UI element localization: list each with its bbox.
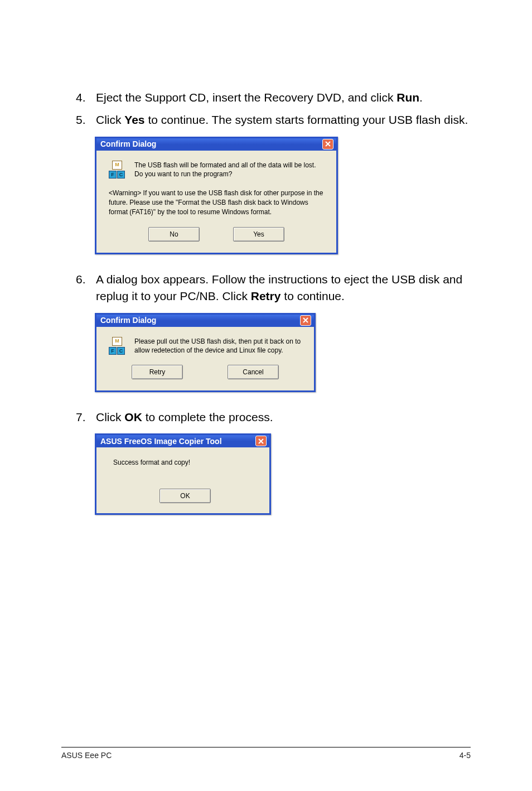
dialog-2-wrap: Confirm Dialog M FC Please pull out the …: [95, 313, 471, 392]
step-6: 6. A dialog box appears. Follow the inst…: [61, 271, 471, 305]
retry-button[interactable]: Retry: [132, 365, 183, 379]
titlebar[interactable]: Confirm Dialog: [96, 315, 314, 327]
close-icon[interactable]: [300, 315, 311, 326]
app-icon: M FC: [109, 161, 127, 179]
step-text: A dialog box appears. Follow the instruc…: [96, 271, 471, 305]
step-number: 6.: [61, 271, 96, 305]
close-icon[interactable]: [322, 139, 333, 149]
dialog-message-row: M FC The USB flash will be formated and …: [109, 161, 324, 179]
dialog-warning: <Warning> If you want to use the USB fla…: [109, 189, 324, 216]
step-number: 7.: [61, 409, 96, 426]
dialog-1-wrap: Confirm Dialog M FC The USB flash will b…: [95, 137, 471, 254]
step-number: 4.: [61, 89, 96, 106]
footer-left: ASUS Eee PC: [61, 751, 112, 760]
dialog-buttons: Retry Cancel: [109, 365, 302, 379]
step-text: Click OK to complete the process.: [96, 409, 471, 426]
confirm-dialog-2: Confirm Dialog M FC Please pull out the …: [95, 313, 316, 392]
dialog-message-row: M FC Please pull out the USB flash disk,…: [109, 337, 302, 355]
dialog-message: The USB flash will be formated and all o…: [134, 161, 324, 179]
step-7: 7. Click OK to complete the process.: [61, 409, 471, 426]
dialog-buttons: No Yes: [109, 227, 324, 242]
success-dialog: ASUS FreeOS Image Copier Tool Success fo…: [95, 433, 271, 515]
instruction-list: 7. Click OK to complete the process.: [61, 409, 471, 426]
dialog-body: M FC Please pull out the USB flash disk,…: [96, 327, 314, 390]
step-5: 5. Click Yes to continue. The system sta…: [61, 112, 471, 128]
dialog-title: ASUS FreeOS Image Copier Tool: [100, 437, 222, 446]
ok-button[interactable]: OK: [159, 489, 211, 503]
dialog-3-wrap: ASUS FreeOS Image Copier Tool Success fo…: [95, 433, 471, 515]
dialog-title: Confirm Dialog: [100, 316, 156, 325]
no-button[interactable]: No: [148, 227, 200, 242]
dialog-buttons: OK: [113, 489, 257, 503]
titlebar[interactable]: Confirm Dialog: [96, 138, 336, 151]
page-footer: ASUS Eee PC 4-5: [61, 747, 471, 760]
step-number: 5.: [61, 112, 96, 128]
confirm-dialog-1: Confirm Dialog M FC The USB flash will b…: [95, 137, 338, 254]
app-icon: M FC: [109, 337, 127, 355]
cancel-button[interactable]: Cancel: [228, 365, 279, 379]
dialog-title: Confirm Dialog: [100, 139, 156, 148]
page: 4. Eject the Support CD, insert the Reco…: [0, 0, 532, 791]
dialog-body: M FC The USB flash will be formated and …: [96, 151, 336, 253]
step-4: 4. Eject the Support CD, insert the Reco…: [61, 89, 471, 106]
dialog-body: Success format and copy! OK: [96, 447, 269, 513]
titlebar[interactable]: ASUS FreeOS Image Copier Tool: [96, 435, 269, 447]
step-text: Click Yes to continue. The system starts…: [96, 112, 471, 128]
step-text: Eject the Support CD, insert the Recover…: [96, 89, 471, 106]
dialog-message: Success format and copy!: [113, 459, 257, 466]
instruction-list: 4. Eject the Support CD, insert the Reco…: [61, 89, 471, 129]
close-icon[interactable]: [255, 436, 267, 446]
instruction-list: 6. A dialog box appears. Follow the inst…: [61, 271, 471, 305]
yes-button[interactable]: Yes: [233, 227, 284, 242]
page-number: 4-5: [460, 751, 471, 760]
dialog-message: Please pull out the USB flash disk, then…: [134, 337, 302, 355]
